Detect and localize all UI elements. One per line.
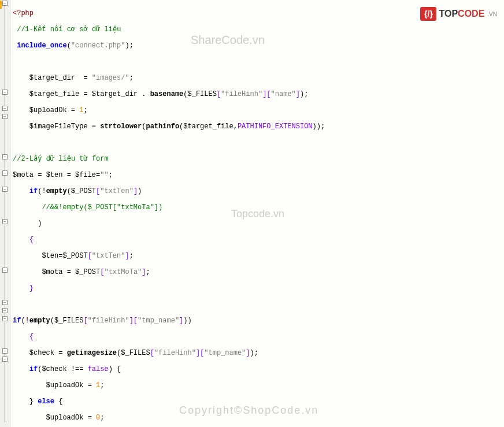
fold-gutter: − − − − − − − − − − − − − − bbox=[0, 0, 10, 427]
logo-icon: {/} bbox=[420, 7, 436, 21]
site-logo: {/} TOPCODE.VN bbox=[420, 7, 497, 21]
fold-toggle[interactable]: − bbox=[2, 300, 8, 305]
fold-toggle[interactable]: − bbox=[2, 106, 8, 111]
fold-toggle[interactable]: − bbox=[2, 268, 8, 273]
fold-toggle[interactable]: − bbox=[2, 308, 8, 313]
fold-toggle[interactable]: − bbox=[2, 316, 8, 321]
fold-toggle[interactable]: − bbox=[2, 187, 8, 192]
fold-toggle[interactable]: − bbox=[2, 90, 8, 95]
code-editor: − − − − − − − − − − − − − − <?php //1-Kế… bbox=[0, 0, 504, 427]
fold-toggle[interactable]: − bbox=[2, 348, 8, 354]
fold-toggle[interactable]: − bbox=[2, 170, 8, 176]
fold-toggle[interactable]: − bbox=[2, 154, 8, 159]
code-content[interactable]: <?php //1-Kết nối cơ sở dữ liệu include_… bbox=[10, 0, 504, 427]
fold-toggle[interactable]: − bbox=[2, 114, 8, 119]
fold-toggle[interactable]: − bbox=[2, 357, 8, 362]
fold-toggle[interactable]: − bbox=[2, 219, 8, 224]
fold-toggle[interactable]: − bbox=[2, 1, 8, 6]
